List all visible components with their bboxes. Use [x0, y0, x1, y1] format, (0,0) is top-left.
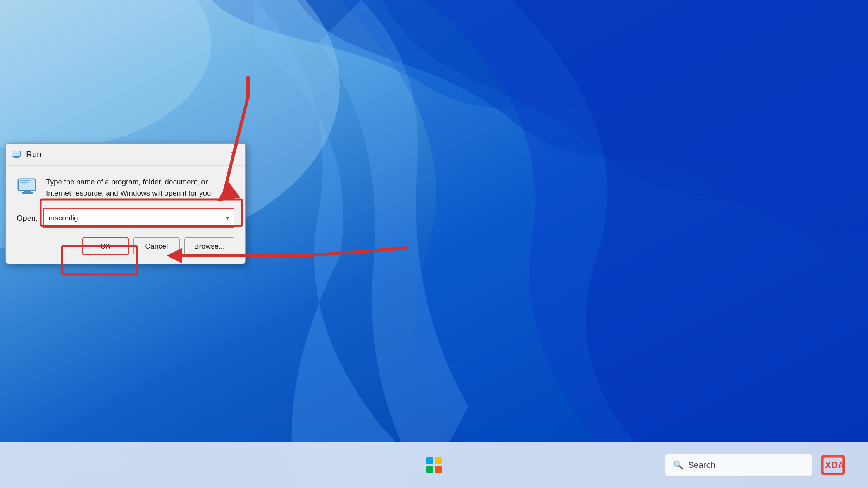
svg-rect-25 — [435, 466, 442, 473]
cancel-button[interactable]: Cancel — [133, 237, 180, 255]
taskbar-search-label: Search — [688, 460, 715, 470]
description-text: Type the name of a program, folder, docu… — [46, 177, 213, 199]
xda-logo: XDA — [822, 455, 845, 475]
dialog-buttons: OK Cancel Browse... — [17, 237, 234, 255]
run-title-icon — [11, 150, 22, 159]
dialog-description: Type the name of a program, folder, docu… — [17, 177, 234, 199]
run-large-icon — [17, 177, 38, 198]
open-input-wrapper: ▾ — [43, 208, 234, 228]
taskbar: 🔍 Search XDA — [0, 442, 868, 488]
xda-logo-box: XDA — [822, 455, 845, 475]
close-button[interactable]: ✕ — [226, 148, 240, 162]
dialog-body: Type the name of a program, folder, docu… — [6, 166, 245, 264]
svg-rect-6 — [12, 151, 20, 156]
open-row: Open: ▾ — [17, 208, 234, 228]
open-label: Open: — [17, 214, 38, 223]
svg-rect-9 — [22, 192, 33, 194]
svg-rect-12 — [20, 182, 28, 183]
browse-button[interactable]: Browse... — [184, 237, 234, 255]
search-icon: 🔍 — [673, 460, 684, 470]
open-input[interactable] — [48, 214, 226, 222]
taskbar-right: 🔍 Search XDA — [665, 454, 845, 477]
dropdown-arrow-icon[interactable]: ▾ — [226, 215, 229, 222]
run-dialog: Run ✕ T — [5, 143, 246, 264]
start-button[interactable] — [422, 453, 446, 478]
svg-rect-8 — [24, 191, 31, 192]
svg-text:XDA: XDA — [825, 460, 844, 470]
taskbar-center — [422, 453, 446, 478]
svg-rect-5 — [14, 157, 19, 158]
description-line1: Type the name of a program, folder, docu… — [46, 176, 208, 186]
desktop: Run ✕ T — [0, 0, 868, 488]
xda-logo-svg: XDA — [823, 457, 844, 474]
svg-rect-13 — [20, 184, 29, 184]
dialog-title-left: Run — [11, 149, 41, 160]
taskbar-search[interactable]: 🔍 Search — [665, 454, 812, 477]
close-icon: ✕ — [230, 150, 236, 159]
ok-button[interactable]: OK — [82, 237, 129, 255]
svg-rect-22 — [426, 457, 433, 464]
svg-rect-24 — [426, 466, 433, 473]
svg-rect-23 — [435, 457, 442, 464]
svg-rect-11 — [20, 180, 31, 181]
svg-rect-4 — [15, 156, 18, 157]
windows-logo-icon — [425, 457, 443, 474]
dialog-title-text: Run — [26, 149, 41, 160]
dialog-titlebar: Run ✕ — [6, 144, 245, 166]
description-line2: Internet resource, and Windows will open… — [46, 187, 213, 197]
